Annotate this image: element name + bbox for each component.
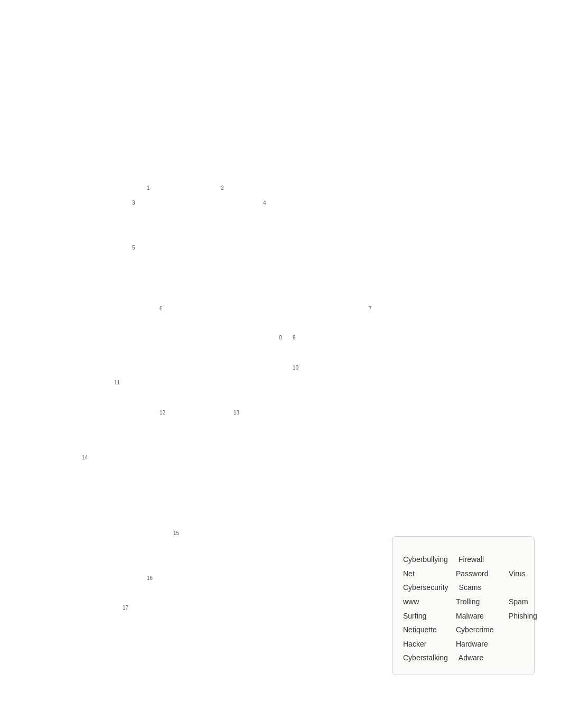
word-trolling: Trolling: [456, 595, 498, 609]
word-net: Net: [403, 567, 445, 581]
wordbank-row-2: Net Password Virus: [403, 567, 523, 581]
word-virus: Virus: [509, 567, 551, 581]
word-cybercrime: Cybercrime: [456, 623, 498, 637]
wordbank: Cyberbullying Firewall Net Password Viru…: [392, 536, 535, 675]
word-malware: Malware: [456, 609, 498, 623]
word-spam: Spam: [509, 595, 551, 609]
clue-10-label: 10: [293, 365, 298, 371]
clue-6-label: 6: [160, 306, 163, 311]
word-netiquette: Netiquette: [403, 623, 445, 637]
clue-17-label: 17: [123, 605, 128, 611]
word-surfing: Surfing: [403, 609, 445, 623]
wordbank-row-3: Cybersecurity Scams: [403, 580, 523, 595]
word-scams: Scams: [459, 580, 501, 595]
clue-15-label: 15: [173, 530, 179, 536]
clue-3-label: 3: [132, 200, 135, 206]
word-cybersecurity: Cybersecurity: [403, 580, 448, 595]
clue-1-label: 1: [147, 185, 150, 191]
wordbank-row-1: Cyberbullying Firewall: [403, 552, 523, 567]
word-cyberstalking: Cyberstalking: [403, 651, 448, 665]
word-www: www: [403, 595, 445, 609]
word-adware: Adware: [459, 651, 501, 665]
clue-16-label: 16: [147, 575, 153, 581]
clue-14-label: 14: [82, 455, 88, 460]
word-cyberbullying: Cyberbullying: [403, 552, 448, 567]
word-firewall: Firewall: [459, 552, 501, 567]
wordbank-row-6: Netiquette Cybercrime: [403, 623, 523, 637]
clue-11-label: 11: [114, 380, 120, 385]
clue-5-label: 5: [132, 245, 135, 251]
clue-2-label: 2: [221, 185, 224, 191]
clue-8-label: 8: [279, 335, 282, 340]
word-phishing: Phishing: [509, 609, 551, 623]
wordbank-row-8: Cyberstalking Adware: [403, 651, 523, 665]
clue-13-label: 13: [233, 410, 239, 416]
word-hardware: Hardware: [456, 637, 498, 651]
wordbank-words: Cyberbullying Firewall Net Password Viru…: [403, 552, 523, 665]
clue-9-label: 9: [293, 335, 296, 340]
wordbank-row-5: Surfing Malware Phishing: [403, 609, 523, 623]
wordbank-row-4: www Trolling Spam: [403, 595, 523, 609]
wordbank-row-7: Hacker Hardware: [403, 637, 523, 651]
clue-7-label: 7: [369, 306, 372, 311]
crossword-area: 1 2 3 4 5 6 7 8 9 10 11 12 13 14 15 16 1…: [32, 37, 529, 539]
word-hacker: Hacker: [403, 637, 445, 651]
clue-4-label: 4: [263, 200, 266, 206]
word-password: Password: [456, 567, 498, 581]
clue-12-label: 12: [160, 410, 165, 416]
